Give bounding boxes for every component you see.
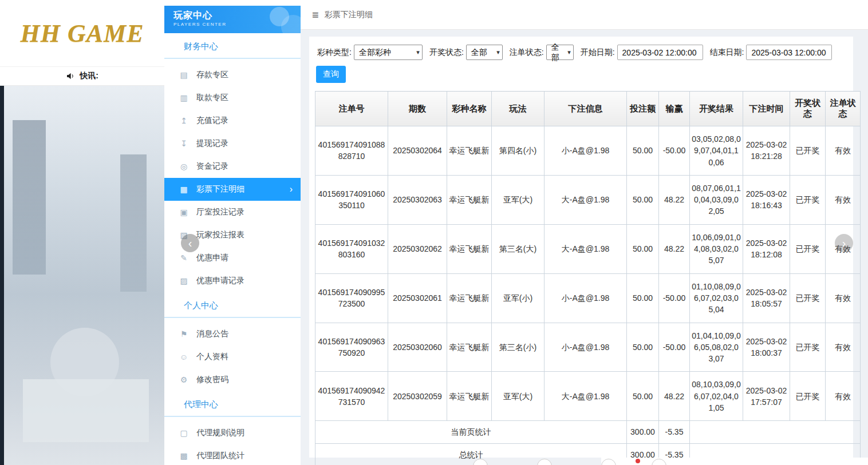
breadcrumb: 彩票下注明细 bbox=[325, 10, 373, 20]
sidebar-subtitle: PLAYERS CENTER bbox=[173, 22, 301, 27]
table-cell: 401569174091088828710 bbox=[315, 126, 388, 176]
draw-status-value: 全部 bbox=[471, 47, 487, 58]
table-cell: 亚军(大) bbox=[492, 175, 545, 224]
table-cell: 第三名(小) bbox=[492, 323, 545, 372]
table-cell: 已开奖 bbox=[790, 175, 826, 224]
table-cell: 有效 bbox=[826, 175, 861, 224]
column-header: 下注时间 bbox=[743, 92, 790, 126]
sidebar-item-lottery-bet-details[interactable]: ▦ 彩票下注明细 › bbox=[164, 178, 301, 201]
table-header-row: 注单号期数彩种名称玩法下注信息投注额输赢开奖结果下注时间开奖状态注单状态 bbox=[315, 92, 861, 126]
table-cell: 幸运飞艇新 bbox=[447, 273, 492, 323]
sidebar-item-label: 代理团队统计 bbox=[196, 451, 244, 461]
sidebar-item-withdraw-zone[interactable]: ▥ 取款专区 bbox=[164, 86, 301, 109]
table-cell: 48.22 bbox=[659, 175, 690, 224]
section-title-agent: 代理中心 bbox=[164, 399, 301, 417]
sidebar-item-hall-bet-records[interactable]: ▣ 厅室投注记录 bbox=[164, 201, 301, 224]
sidebar-header: 玩家中心 PLAYERS CENTER bbox=[164, 6, 301, 33]
table-cell: 20250302061 bbox=[388, 273, 447, 323]
chevron-right-icon: › bbox=[290, 184, 293, 194]
sidebar-item-change-password[interactable]: ⚙ 修改密码 bbox=[164, 368, 301, 391]
table-cell: 幸运飞艇新 bbox=[447, 372, 492, 421]
carousel-prev-button[interactable]: ‹ bbox=[181, 234, 199, 252]
password-gear-icon: ⚙ bbox=[178, 375, 190, 384]
table-cell: 20250302064 bbox=[388, 126, 447, 176]
finance-menu: ▤ 存款专区 ▥ 取款专区 ↥ 充值记录 ↧ 提现记录 ◎ 资金记录 ▦ 彩票下… bbox=[164, 59, 301, 292]
end-date-input[interactable] bbox=[746, 45, 832, 60]
table-cell: 有效 bbox=[826, 323, 861, 372]
table-cell: -50.00 bbox=[659, 126, 690, 176]
profile-icon: ☺ bbox=[178, 352, 190, 361]
sidebar-item-label: 代理规则说明 bbox=[196, 428, 244, 438]
table-cell: 401569174091032803160 bbox=[315, 224, 388, 273]
sidebar-item-agent-team-stats[interactable]: ▩ 代理团队统计 bbox=[164, 444, 301, 465]
sidebar-item-profile[interactable]: ☺ 个人资料 bbox=[164, 345, 301, 368]
table-cell: 20250302063 bbox=[388, 175, 447, 224]
building-shape bbox=[13, 120, 46, 275]
section-title-finance: 财务中心 bbox=[164, 41, 301, 59]
sidebar-item-agent-rules[interactable]: ▢ 代理规则说明 bbox=[164, 422, 301, 444]
summary-bet-total: 300.00 bbox=[627, 421, 659, 443]
table-cell: 48.22 bbox=[659, 372, 690, 421]
draw-status-label: 开奖状态: bbox=[429, 47, 464, 58]
logo-area: HH GAME bbox=[0, 0, 164, 66]
table-cell: 20250302059 bbox=[388, 372, 447, 421]
promo-apply-icon: ✎ bbox=[178, 253, 190, 263]
draw-status-select[interactable]: 全部 ▾ bbox=[466, 45, 503, 60]
hall-records-icon: ▣ bbox=[178, 208, 190, 217]
column-header: 开奖状态 bbox=[790, 92, 826, 126]
table-cell: 48.22 bbox=[659, 224, 690, 273]
table-cell: 2025-03-02 18:05:57 bbox=[743, 273, 790, 323]
table-cell: 幸运飞艇新 bbox=[447, 126, 492, 176]
menu-toggle-icon[interactable]: ≡ bbox=[312, 9, 319, 21]
column-header: 注单号 bbox=[315, 92, 388, 126]
lottery-detail-icon: ▦ bbox=[178, 185, 190, 194]
sidebar-item-messages[interactable]: ⚑ 消息公告 bbox=[164, 323, 301, 345]
start-date-input[interactable] bbox=[617, 45, 703, 60]
table-cell: 第三名(大) bbox=[492, 224, 545, 273]
sidebar-item-recharge-records[interactable]: ↥ 充值记录 bbox=[164, 109, 301, 132]
lottery-type-value: 全部彩种 bbox=[359, 47, 391, 58]
table-cell: 03,05,02,08,09,07,04,01,10,06 bbox=[690, 126, 743, 176]
section-title-personal: 个人中心 bbox=[164, 300, 301, 318]
content: 彩种类型: 全部彩种 ▾ 开奖状态: 全部 ▾ 注单状态: 全部 ▾ bbox=[301, 30, 868, 465]
footer-red-dot bbox=[636, 459, 640, 463]
sidebar-item-label: 资金记录 bbox=[196, 161, 228, 172]
building-shape bbox=[120, 154, 147, 292]
table-row: 40156917409106035011020250302063幸运飞艇新亚军(… bbox=[315, 175, 861, 224]
sidebar-item-deposit-zone[interactable]: ▤ 存款专区 bbox=[164, 63, 301, 86]
footer-strip bbox=[601, 458, 868, 465]
brand-logo: HH GAME bbox=[20, 19, 144, 48]
news-ticker-bar: 快讯: bbox=[0, 66, 164, 86]
summary-row: 当前页统计300.00-5.35 bbox=[315, 421, 861, 443]
withdraw-record-icon: ↧ bbox=[178, 139, 190, 148]
sidebar-item-withdraw-records[interactable]: ↧ 提现记录 bbox=[164, 132, 301, 155]
lottery-type-select[interactable]: 全部彩种 ▾ bbox=[354, 45, 423, 60]
query-button[interactable]: 查询 bbox=[316, 66, 346, 83]
dropdown-caret-icon: ▾ bbox=[416, 49, 420, 56]
sidebar-item-label: 玩家投注报表 bbox=[196, 230, 244, 240]
table-cell: 幸运飞艇新 bbox=[447, 175, 492, 224]
summary-win-loss: -5.35 bbox=[659, 421, 690, 443]
page: HH GAME 快讯: 玩家中心 PLAYERS CENTER 财务中心 ▤ bbox=[0, 0, 868, 465]
table-cell: 已开奖 bbox=[790, 224, 826, 273]
table-cell: 10,06,09,01,04,08,03,02,05,07 bbox=[690, 224, 743, 273]
recharge-icon: ↥ bbox=[178, 116, 190, 125]
table-cell: 大-A盘@1.98 bbox=[545, 175, 627, 224]
carousel-next-button[interactable]: › bbox=[835, 234, 853, 252]
sidebar-item-label: 消息公告 bbox=[196, 329, 228, 339]
summary-empty bbox=[690, 421, 861, 443]
column-header: 注单状态 bbox=[826, 92, 861, 126]
sidebar-item-promo-apply-records[interactable]: ▨ 优惠申请记录 bbox=[164, 269, 301, 292]
table-cell: 01,10,08,09,06,07,02,03,05,04 bbox=[690, 273, 743, 323]
column-header: 期数 bbox=[388, 92, 447, 126]
column-header: 开奖结果 bbox=[690, 92, 743, 126]
order-status-select[interactable]: 全部 ▾ bbox=[546, 45, 574, 60]
table-cell: 已开奖 bbox=[790, 273, 826, 323]
table-cell: 2025-03-02 17:57:07 bbox=[743, 372, 790, 421]
table-cell: 401569174090942731570 bbox=[315, 372, 388, 421]
sidebar-item-funds-records[interactable]: ◎ 资金记录 bbox=[164, 155, 301, 178]
table-cell: 已开奖 bbox=[790, 323, 826, 372]
table-cell: 50.00 bbox=[627, 175, 659, 224]
table-cell: 大-A盘@1.98 bbox=[545, 372, 627, 421]
sidebar-item-label: 修改密码 bbox=[196, 375, 228, 385]
